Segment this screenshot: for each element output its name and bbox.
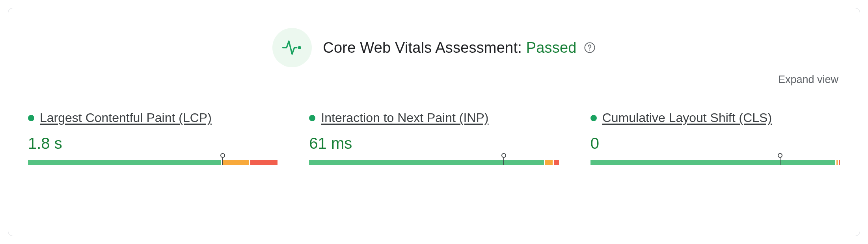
metric-inp-marker-icon xyxy=(501,153,506,165)
assessment-status-text: Passed xyxy=(526,39,577,56)
bar-segment-needs-improvement xyxy=(222,160,249,165)
metric-lcp-marker-icon xyxy=(220,153,225,165)
status-dot-icon xyxy=(590,115,597,121)
metric-lcp-bar xyxy=(28,155,278,166)
metric-inp-value: 61 ms xyxy=(309,135,352,152)
metric-cls-title-row: Cumulative Layout Shift (CLS) xyxy=(590,111,840,125)
assessment-title: Core Web Vitals Assessment: Passed xyxy=(323,39,576,56)
assessment-title-prefix: Core Web Vitals Assessment: xyxy=(323,39,526,56)
status-dot-icon xyxy=(309,115,315,121)
metric-inp-bar xyxy=(309,155,559,166)
bar-segment-good xyxy=(28,160,221,165)
metric-lcp: Largest Contentful Paint (LCP) 1.8 s xyxy=(28,111,278,166)
assessment-status-icon xyxy=(272,28,312,67)
metric-cls: Cumulative Layout Shift (CLS) 0 xyxy=(590,111,840,166)
metric-lcp-title[interactable]: Largest Contentful Paint (LCP) xyxy=(40,111,212,125)
bar-segment-good xyxy=(590,160,835,165)
metrics-row: Largest Contentful Paint (LCP) 1.8 s Int… xyxy=(28,111,840,188)
bar-segment-needs-improvement xyxy=(545,160,553,165)
metric-inp: Interaction to Next Paint (INP) 61 ms xyxy=(309,111,559,166)
metric-lcp-value: 1.8 s xyxy=(28,135,62,152)
svg-point-0 xyxy=(298,46,301,49)
metric-cls-title[interactable]: Cumulative Layout Shift (CLS) xyxy=(602,111,772,125)
help-icon[interactable] xyxy=(584,42,596,54)
svg-point-2 xyxy=(589,50,590,51)
bar-segment-poor xyxy=(554,160,559,165)
bar-segment-good xyxy=(309,160,544,165)
status-dot-icon xyxy=(28,115,34,121)
metric-inp-title[interactable]: Interaction to Next Paint (INP) xyxy=(321,111,488,125)
metric-cls-value: 0 xyxy=(590,135,599,152)
bar-segment-poor xyxy=(250,160,278,165)
expand-view-button[interactable]: Expand view xyxy=(778,74,838,86)
header-row: Core Web Vitals Assessment: Passed xyxy=(28,28,840,67)
core-web-vitals-card: Core Web Vitals Assessment: Passed Expan… xyxy=(8,8,860,236)
metric-cls-marker-icon xyxy=(778,153,782,165)
assessment-title-wrap: Core Web Vitals Assessment: Passed xyxy=(323,39,595,56)
metric-inp-title-row: Interaction to Next Paint (INP) xyxy=(309,111,559,125)
metric-cls-bar xyxy=(590,155,840,166)
bar-segment-needs-improvement xyxy=(836,160,838,165)
bar-segment-poor xyxy=(839,160,840,165)
metric-lcp-title-row: Largest Contentful Paint (LCP) xyxy=(28,111,278,125)
